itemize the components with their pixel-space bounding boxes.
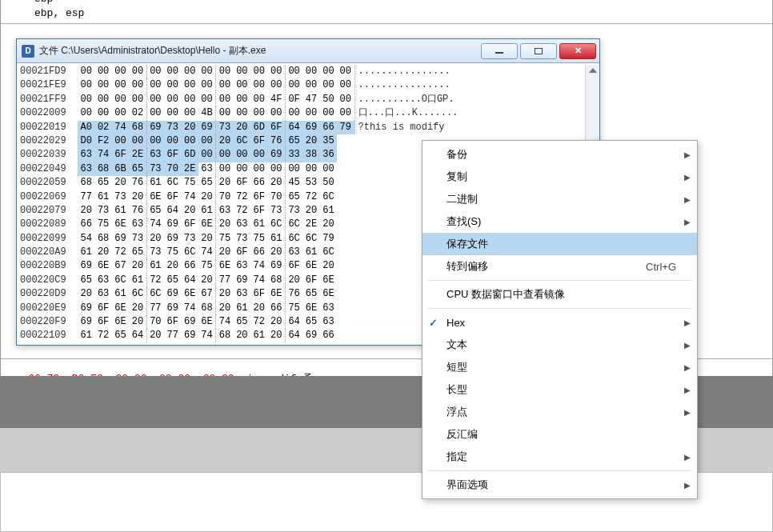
hex-bytes[interactable]: 63686B6573702E6300000000000000	[78, 162, 337, 176]
submenu-arrow-icon: ▶	[684, 481, 691, 490]
hex-row[interactable]: 00021FF900000000000000000000004F0F475000…	[20, 93, 585, 106]
ascii-column[interactable]: ................	[354, 78, 451, 92]
menu-separator	[427, 280, 692, 281]
hex-row[interactable]: 00022019A00274686973206973206D6F64696679…	[20, 121, 585, 134]
menu-item[interactable]: 复制▶	[423, 166, 697, 188]
hex-bytes[interactable]: 617265642077697468206120646966	[78, 329, 337, 342]
hex-bytes[interactable]: 68652076616C7565206F6620455350	[78, 176, 337, 190]
maximize-button[interactable]	[520, 43, 557, 59]
app-icon: D	[22, 45, 34, 58]
address: 00022009	[20, 106, 78, 120]
hex-bytes[interactable]: 00000000000000000000000000000000	[78, 65, 354, 78]
menu-item-label: 二进制	[447, 192, 689, 206]
address: 00022029	[20, 134, 78, 148]
address: 00022109	[20, 329, 78, 342]
address: 00022069	[20, 190, 78, 204]
hex-bytes[interactable]: 00000000000000000000000000000000	[78, 78, 354, 92]
menu-item[interactable]: 文本▶	[423, 334, 697, 356]
submenu-arrow-icon: ▶	[684, 195, 691, 204]
menu-item[interactable]: 查找(S)▶	[423, 210, 697, 233]
hex-bytes[interactable]: 63746F2E636F6D0000000069333836	[78, 148, 337, 162]
hex-bytes[interactable]: 66756E6374696F6E2063616C6C2E20	[78, 218, 337, 231]
close-button[interactable]: ✕	[559, 43, 596, 59]
menu-item[interactable]: 长型▶	[423, 378, 697, 401]
hex-bytes[interactable]: D0F2000000000000206C6F76652035	[78, 134, 337, 148]
address: 000220E9	[20, 302, 78, 315]
minimize-button[interactable]	[481, 43, 518, 59]
address: 00022019	[20, 121, 78, 134]
menu-item-label: 反汇编	[447, 427, 689, 442]
submenu-arrow-icon: ▶	[684, 363, 691, 372]
asm-line: ebp, esp	[34, 6, 739, 21]
address: 000220C9	[20, 274, 78, 287]
submenu-arrow-icon: ▶	[684, 173, 691, 182]
asm-line: ebp	[34, 0, 739, 6]
menu-item[interactable]: 二进制▶	[423, 188, 697, 210]
hex-row[interactable]: 00021FD900000000000000000000000000000000…	[20, 65, 585, 78]
hex-bytes[interactable]: 776173206E6F742070726F7065726C	[78, 190, 337, 204]
window-title: 文件 C:\Users\Administrator\Desktop\Hello …	[39, 44, 481, 58]
hex-bytes[interactable]: A00274686973206973206D6F64696679	[78, 121, 354, 134]
address: 000220F9	[20, 315, 78, 329]
menu-item-label: 指定	[447, 450, 689, 464]
address: 000220A9	[20, 246, 78, 259]
hex-bytes[interactable]: 2063616C6C696E6720636F6E76656E	[78, 287, 337, 301]
svg-rect-1	[535, 48, 543, 54]
menu-item[interactable]: 短型▶	[423, 356, 697, 378]
menu-item-label: 长型	[447, 382, 689, 397]
menu-item-label: 查找(S)	[447, 214, 689, 229]
submenu-arrow-icon: ▶	[684, 408, 691, 417]
menu-item[interactable]: 保存文件	[423, 233, 697, 255]
svg-rect-0	[495, 52, 503, 54]
hex-bytes[interactable]: 65636C617265642077697468206F6E	[78, 274, 337, 287]
menu-item[interactable]: 转到偏移Ctrl+G	[423, 255, 697, 278]
submenu-arrow-icon: ▶	[684, 150, 691, 159]
submenu-arrow-icon: ▶	[684, 453, 691, 462]
menu-item-label: Hex	[447, 317, 689, 329]
menu-item-label: 浮点	[447, 405, 689, 419]
hex-bytes[interactable]: 696E6720612066756E6374696F6E20	[78, 259, 337, 273]
address: 00022039	[20, 148, 78, 162]
hex-bytes[interactable]: 6120726573756C74206F662063616C	[78, 246, 337, 259]
hex-bytes[interactable]: 207361766564206163726F73732061	[78, 204, 337, 218]
address: 000220D9	[20, 287, 78, 301]
address: 00022059	[20, 176, 78, 190]
submenu-arrow-icon: ▶	[684, 341, 691, 350]
ascii-column[interactable]: ?this is modify	[354, 121, 445, 134]
menu-item[interactable]: 浮点▶	[423, 401, 697, 423]
hex-row[interactable]: 00021FE900000000000000000000000000000000…	[20, 78, 585, 92]
hex-bytes[interactable]: 00000000000000000000004F0F475000	[78, 93, 354, 106]
submenu-arrow-icon: ▶	[684, 218, 691, 226]
menu-item-label: 保存文件	[447, 237, 689, 251]
menu-item-label: 文本	[447, 338, 689, 352]
menu-item-label: 转到偏移	[447, 259, 646, 274]
menu-item-label: 短型	[447, 360, 689, 374]
address: 00021FE9	[20, 78, 78, 92]
menu-item[interactable]: CPU 数据窗口中查看镜像	[423, 283, 697, 306]
hex-bytes[interactable]: 696F6E20706F696E74657220646563	[78, 315, 337, 329]
submenu-arrow-icon: ▶	[684, 386, 691, 394]
disassembly-area: ebp ebp, esp	[1, 0, 772, 24]
hex-bytes[interactable]: 5468697320697320757375616C6C79	[78, 232, 337, 246]
submenu-arrow-icon: ▶	[684, 318, 691, 327]
menu-item-label: 备份	[447, 147, 689, 162]
menu-item[interactable]: 界面选项▶	[423, 474, 697, 496]
address: 00021FF9	[20, 93, 78, 106]
menu-separator	[427, 470, 692, 471]
ascii-column[interactable]: 口...口...K.......	[354, 106, 459, 120]
menu-separator	[427, 308, 692, 309]
address: 00022049	[20, 162, 78, 176]
titlebar[interactable]: D 文件 C:\Users\Administrator\Desktop\Hell…	[17, 39, 599, 63]
menu-item-label: CPU 数据窗口中查看镜像	[447, 287, 689, 302]
menu-item[interactable]: 备份▶	[423, 143, 697, 166]
hex-bytes[interactable]: 696F6E207769746820612066756E63	[78, 302, 337, 315]
ascii-column[interactable]: ...........O口GP.	[354, 93, 455, 106]
hex-bytes[interactable]: 000000020000004B0000000000000000	[78, 106, 354, 120]
menu-item-label: 复制	[447, 170, 689, 184]
ascii-column[interactable]: ................	[354, 65, 451, 78]
menu-item[interactable]: 指定▶	[423, 446, 697, 468]
address: 000220B9	[20, 259, 78, 273]
hex-row[interactable]: 00022009000000020000004B0000000000000000…	[20, 106, 585, 120]
menu-item[interactable]: Hex▶	[423, 311, 697, 334]
menu-item[interactable]: 反汇编	[423, 423, 697, 446]
